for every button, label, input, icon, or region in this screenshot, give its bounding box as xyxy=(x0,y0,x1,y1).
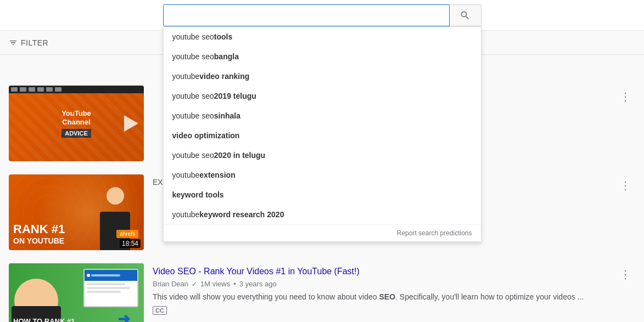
separator: • xyxy=(233,280,236,288)
autocomplete-prefix: youtube seo xyxy=(172,52,214,61)
cc-badge: CC xyxy=(153,306,167,315)
filter-label: FILTER xyxy=(21,38,48,47)
autocomplete-prefix: youtube xyxy=(172,72,200,81)
film-strip xyxy=(55,87,61,92)
autocomplete-prefix: youtube seo xyxy=(172,151,214,160)
video-info-3: Video SEO - Rank Your Videos #1 in YouTu… xyxy=(153,263,635,322)
header: seo for youtube channel youtube seo tool… xyxy=(0,0,644,31)
autocomplete-bold: video optimization xyxy=(172,131,240,140)
autocomplete-prefix: youtube xyxy=(172,210,200,219)
play-icon xyxy=(124,115,138,132)
autocomplete-item[interactable]: youtube seo 2020 in telugu xyxy=(164,145,481,165)
channel-name: Brian Dean xyxy=(153,280,188,288)
video-thumbnail-1[interactable]: YouTubeChannel ADVICE xyxy=(9,86,144,161)
autocomplete-bold: tools xyxy=(214,32,232,41)
film-strip xyxy=(46,87,53,92)
video-thumbnail-3[interactable]: ➜ HOW TO RANK #1 10:57 xyxy=(9,263,144,322)
more-options-button[interactable]: ⋮ xyxy=(615,177,635,194)
autocomplete-prefix: youtube seo xyxy=(172,32,214,41)
autocomplete-item[interactable]: youtube seo bangla xyxy=(164,47,481,66)
rank-text: RANK #1 ON YOUTUBE xyxy=(13,222,65,246)
duration-badge-2: 18:54 xyxy=(120,239,141,248)
desc-after: . Specifically, you'll learn how to opti… xyxy=(395,292,584,301)
autocomplete-item[interactable]: keyword tools xyxy=(164,185,481,205)
filter-button[interactable]: FILTER xyxy=(9,38,48,47)
desc-bold: SEO xyxy=(379,292,395,301)
autocomplete-bold: 2019 telugu xyxy=(214,92,256,100)
film-strip xyxy=(29,87,35,92)
autocomplete-bold: bangla xyxy=(214,52,239,61)
autocomplete-item[interactable]: youtube video ranking xyxy=(164,66,481,86)
screen-header xyxy=(85,270,137,281)
more-options-button[interactable]: ⋮ xyxy=(615,88,635,105)
screen-content xyxy=(85,281,137,295)
video-description-3: This video will show you everything you … xyxy=(153,291,635,303)
autocomplete-prefix: youtube seo xyxy=(172,111,214,120)
autocomplete-item[interactable]: youtube keyword research 2020 xyxy=(164,205,481,224)
autocomplete-bold: 2020 in telugu xyxy=(214,151,265,160)
ahrefs-badge: ahrefs xyxy=(116,230,138,238)
search-box: seo for youtube channel xyxy=(163,4,450,26)
film-strip xyxy=(37,87,44,92)
screen-mockup xyxy=(83,269,138,307)
arrow-icon: ➜ xyxy=(117,310,130,322)
autocomplete-dropdown: youtube seo tools youtube seo bangla you… xyxy=(163,26,481,242)
autocomplete-prefix: youtube seo xyxy=(172,92,214,100)
autocomplete-item[interactable]: youtube seo tools xyxy=(164,27,481,47)
video-meta-3: Brian Dean ✓ 1M views • 3 years ago xyxy=(153,280,635,288)
search-button[interactable] xyxy=(450,4,481,26)
search-icon xyxy=(460,10,471,21)
autocomplete-item[interactable]: youtube seo sinhala xyxy=(164,106,481,126)
screen-bar xyxy=(91,274,120,276)
video-thumbnail-2[interactable]: RANK #1 ON YOUTUBE ahrefs 18:54 xyxy=(9,174,144,250)
rank-subtitle: ON YOUTUBE xyxy=(13,236,65,246)
verified-icon: ✓ xyxy=(192,280,197,288)
report-predictions-link[interactable]: Report search predictions xyxy=(164,224,481,241)
screen-line xyxy=(87,291,121,293)
search-wrapper: seo for youtube channel youtube seo tool… xyxy=(163,4,481,26)
autocomplete-bold: keyword research 2020 xyxy=(199,210,284,219)
search-input[interactable]: seo for youtube channel xyxy=(164,5,423,26)
screen-dot xyxy=(87,274,90,277)
rank-number: RANK #1 xyxy=(13,222,65,236)
autocomplete-bold: video ranking xyxy=(199,72,249,81)
autocomplete-bold: extension xyxy=(199,171,235,179)
desc-before: This video will show you everything you … xyxy=(153,292,379,301)
autocomplete-item[interactable]: video optimization xyxy=(164,126,481,145)
view-count: 1M views xyxy=(200,280,230,288)
film-strip xyxy=(20,87,26,92)
film-strip xyxy=(11,87,18,92)
video-title-3[interactable]: Video SEO - Rank Your Videos #1 in YouTu… xyxy=(153,265,635,278)
screen-line xyxy=(87,287,130,289)
person-head xyxy=(107,187,124,205)
autocomplete-bold: keyword tools xyxy=(172,190,224,199)
person-face xyxy=(9,263,75,322)
autocomplete-item[interactable]: youtube seo 2019 telugu xyxy=(164,86,481,106)
more-options-button[interactable]: ⋮ xyxy=(615,265,635,283)
filter-icon xyxy=(9,38,18,47)
autocomplete-bold: sinhala xyxy=(214,111,240,120)
upload-age: 3 years ago xyxy=(239,280,277,288)
autocomplete-prefix: youtube xyxy=(172,171,200,179)
screen-line xyxy=(87,283,125,285)
thumb3-text: HOW TO RANK #1 xyxy=(13,317,75,322)
video-card: ➜ HOW TO RANK #1 10:57 Video SEO - Rank … xyxy=(9,263,635,322)
autocomplete-item[interactable]: youtube extension xyxy=(164,165,481,185)
